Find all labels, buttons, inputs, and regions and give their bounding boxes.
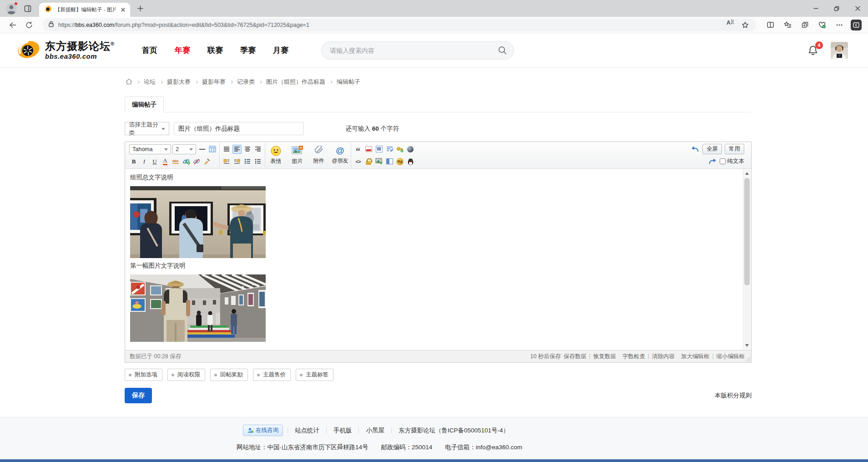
- favorites-icon[interactable]: [781, 19, 794, 31]
- extra-options-button[interactable]: 附加选项: [125, 369, 162, 381]
- footer-icp-license[interactable]: 东方摄影论坛（鲁ICP备05005101号-4）: [392, 426, 516, 435]
- permission-key-icon[interactable]: [395, 145, 404, 154]
- restore-data-link[interactable]: 恢复数据: [593, 353, 616, 360]
- breadcrumb-forum[interactable]: 论坛: [144, 78, 156, 86]
- favorite-star-icon[interactable]: [740, 20, 751, 30]
- align-left-icon[interactable]: [232, 145, 242, 154]
- horizontal-rule-icon[interactable]: [197, 145, 207, 154]
- attachment-button[interactable]: 附件: [308, 143, 329, 168]
- breadcrumb-annual[interactable]: 摄影年赛: [202, 78, 226, 86]
- insert-link-icon[interactable]: [182, 157, 191, 166]
- tab-close-icon[interactable]: [119, 6, 126, 14]
- word-count-link[interactable]: 字数检查: [622, 353, 645, 360]
- save-data-link[interactable]: 保存数据: [564, 353, 586, 360]
- post-title-input[interactable]: [174, 122, 304, 135]
- nav-monthly-contest[interactable]: 月赛: [273, 45, 288, 56]
- notifications-bell[interactable]: 4: [808, 45, 818, 56]
- home-icon[interactable]: [126, 78, 132, 86]
- footer-blackroom[interactable]: 小黑屋: [359, 426, 391, 435]
- font-size-select[interactable]: 2: [172, 144, 196, 154]
- tab-edit-post[interactable]: 编辑帖子: [125, 96, 164, 112]
- breadcrumb-thread[interactable]: 图片（组照）作品标题: [266, 78, 325, 86]
- save-button[interactable]: 保存: [125, 388, 152, 403]
- category-select[interactable]: 选择主题分类: [125, 122, 169, 135]
- post-photo-1[interactable]: [130, 186, 266, 258]
- columns-icon[interactable]: [385, 157, 394, 166]
- font-family-select[interactable]: Tahoma: [129, 144, 171, 154]
- clear-format-icon[interactable]: [202, 157, 212, 166]
- sidebar-toggle-icon[interactable]: [851, 20, 862, 30]
- post-text-line[interactable]: 组照总文字说明: [130, 173, 739, 182]
- at-friend-button[interactable]: @ @朋友: [329, 143, 351, 168]
- thread-price-button[interactable]: 主题售价: [253, 369, 291, 381]
- align-center-icon[interactable]: [243, 145, 252, 154]
- browser-profile-icon[interactable]: [5, 3, 17, 15]
- site-logo[interactable]: 东方摄影论坛® bbs.ea360.com: [17, 40, 115, 61]
- wrap-text-icon[interactable]: [385, 145, 394, 154]
- nav-season-contest[interactable]: 季赛: [240, 45, 256, 56]
- browser-essentials-icon[interactable]: [815, 19, 829, 31]
- collections-icon[interactable]: [798, 19, 812, 31]
- background-icon[interactable]: Bg: [395, 157, 404, 166]
- reply-reward-button[interactable]: 回帖奖励: [210, 369, 248, 381]
- back-button[interactable]: [6, 19, 19, 31]
- read-permission-button[interactable]: 阅读权限: [167, 369, 205, 381]
- quote-icon[interactable]: “: [353, 145, 363, 154]
- insert-image-button[interactable]: 图片: [287, 143, 308, 168]
- post-photo-2[interactable]: [130, 274, 266, 342]
- redo-icon[interactable]: [708, 157, 717, 166]
- refresh-button[interactable]: [23, 19, 35, 31]
- align-justify-icon[interactable]: [222, 145, 231, 154]
- clear-content-link[interactable]: 清除内容: [652, 353, 675, 360]
- free-content-icon[interactable]: [364, 145, 373, 154]
- breadcrumb-category[interactable]: 记录类: [237, 78, 255, 86]
- new-tab-button[interactable]: [134, 2, 146, 15]
- user-avatar[interactable]: [831, 42, 848, 59]
- align-right-icon[interactable]: [253, 145, 262, 154]
- footer-site-stats[interactable]: 站点统计: [288, 426, 326, 435]
- editor-content[interactable]: 组照总文字说明: [125, 169, 751, 350]
- enlarge-editor-link[interactable]: 加大编辑框: [681, 353, 710, 360]
- online-service-button[interactable]: 在线咨询: [243, 425, 283, 436]
- image-export-icon[interactable]: [374, 157, 384, 166]
- float-right-icon[interactable]: [232, 157, 242, 166]
- breadcrumb-contest[interactable]: 摄影大赛: [167, 78, 191, 86]
- address-bar[interactable]: https://bbs.ea360.com/forum.php?mod=post…: [43, 19, 756, 31]
- split-screen-icon[interactable]: [763, 19, 777, 31]
- unordered-list-icon[interactable]: [253, 157, 262, 166]
- word-paste-icon[interactable]: W: [374, 145, 384, 154]
- scroll-down-icon[interactable]: [743, 342, 751, 350]
- table-icon[interactable]: [208, 145, 217, 154]
- minimize-button[interactable]: [805, 0, 826, 17]
- undo-icon[interactable]: [691, 145, 700, 154]
- close-window-button[interactable]: [847, 0, 868, 17]
- font-color-icon[interactable]: A: [163, 157, 167, 165]
- browser-tab[interactable]: 【新提醒】编辑帖子 - 图片（组照: [39, 3, 130, 17]
- fullscreen-button[interactable]: 全屏: [702, 144, 722, 154]
- search-icon[interactable]: [498, 46, 507, 57]
- post-caption-line[interactable]: 第一幅图片文字说明: [130, 261, 739, 270]
- nav-league-contest[interactable]: 联赛: [207, 45, 223, 56]
- plaintext-toggle[interactable]: 纯文本: [720, 157, 745, 165]
- editor-scrollbar[interactable]: [743, 169, 751, 350]
- footer-mobile-version[interactable]: 手机版: [327, 426, 359, 435]
- read-aloud-icon[interactable]: A: [725, 20, 736, 30]
- resize-grip[interactable]: [745, 356, 750, 361]
- more-menu-icon[interactable]: [833, 19, 846, 31]
- ordered-list-icon[interactable]: [243, 157, 252, 166]
- bold-icon[interactable]: B: [129, 157, 138, 166]
- scroll-up-icon[interactable]: [743, 169, 751, 177]
- shrink-editor-link[interactable]: 缩小编辑框: [717, 353, 745, 360]
- nav-annual-contest[interactable]: 年赛: [175, 45, 190, 56]
- float-left-icon[interactable]: [222, 157, 231, 166]
- thread-tags-button[interactable]: 主题标签: [296, 369, 333, 381]
- code-icon[interactable]: <>: [353, 157, 363, 166]
- smilies-button[interactable]: 表情: [265, 143, 287, 168]
- credit-rules-link[interactable]: 本版积分规则: [715, 391, 752, 400]
- remove-link-icon[interactable]: [192, 157, 201, 166]
- password-lock-icon[interactable]: [364, 157, 373, 166]
- italic-icon[interactable]: I: [140, 157, 149, 166]
- common-mode-button[interactable]: 常用: [725, 144, 744, 154]
- qq-icon[interactable]: [406, 157, 415, 166]
- restore-button[interactable]: [826, 0, 847, 17]
